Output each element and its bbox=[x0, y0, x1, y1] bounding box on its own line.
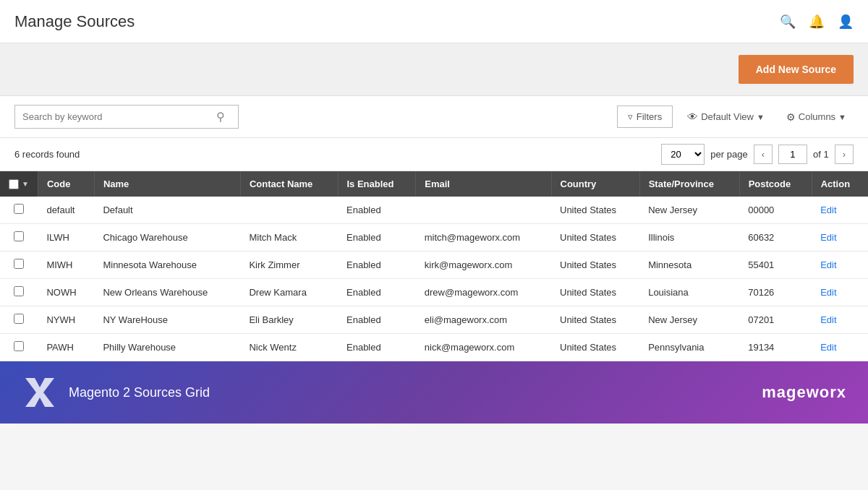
row-checkbox-cell bbox=[0, 252, 38, 279]
select-all-checkbox[interactable] bbox=[9, 179, 19, 189]
row-name: NY WareHouse bbox=[94, 306, 240, 334]
eye-icon: 👁 bbox=[687, 111, 698, 123]
add-new-source-button[interactable]: Add New Source bbox=[739, 55, 854, 84]
row-email: drew@mageworx.com bbox=[416, 279, 551, 306]
col-header-enabled: Is Enabled bbox=[338, 171, 416, 197]
row-checkbox[interactable] bbox=[14, 314, 24, 324]
col-header-state: State/Province bbox=[639, 171, 739, 197]
col-header-action: Action bbox=[812, 171, 868, 197]
prev-page-button[interactable]: ‹ bbox=[754, 145, 773, 164]
row-action: Edit bbox=[812, 279, 868, 306]
table-row: PAWH Philly Warehouse Nick Wentz Enabled… bbox=[0, 334, 868, 361]
col-header-name: Name bbox=[94, 171, 240, 197]
checkbox-dropdown-icon[interactable]: ▼ bbox=[22, 180, 29, 188]
col-header-postcode: Postcode bbox=[739, 171, 812, 197]
row-code: NYWH bbox=[38, 306, 94, 334]
next-page-button[interactable]: › bbox=[835, 145, 854, 164]
footer-x-logo bbox=[22, 374, 58, 411]
table-header-row: ▼ Code Name Contact Name Is Enabled Emai… bbox=[0, 171, 868, 197]
row-email: mitch@mageworx.com bbox=[416, 224, 551, 252]
row-enabled: Enabled bbox=[338, 334, 416, 361]
pagination-controls: 20 50 100 per page ‹ of 1 › bbox=[661, 144, 854, 165]
per-page-label: per page bbox=[710, 149, 747, 160]
row-country: United States bbox=[551, 252, 639, 279]
row-enabled: Enabled bbox=[338, 306, 416, 334]
user-icon[interactable]: 👤 bbox=[838, 14, 854, 30]
row-contact: Mitch Mack bbox=[240, 224, 338, 252]
table-row: default Default Enabled United States Ne… bbox=[0, 197, 868, 224]
row-enabled: Enabled bbox=[338, 279, 416, 306]
row-checkbox[interactable] bbox=[14, 286, 24, 296]
edit-link[interactable]: Edit bbox=[820, 232, 836, 243]
edit-link[interactable]: Edit bbox=[820, 287, 836, 298]
sources-table: ▼ Code Name Contact Name Is Enabled Emai… bbox=[0, 171, 868, 361]
row-checkbox-cell bbox=[0, 306, 38, 334]
row-code: MIWH bbox=[38, 252, 94, 279]
row-name: Minnesota Warehouse bbox=[94, 252, 240, 279]
col-header-contact: Contact Name bbox=[240, 171, 338, 197]
row-checkbox[interactable] bbox=[14, 341, 24, 351]
filters-button[interactable]: ▿ Filters bbox=[617, 106, 673, 128]
total-pages-label: of 1 bbox=[813, 149, 829, 160]
row-checkbox-cell bbox=[0, 224, 38, 252]
edit-link[interactable]: Edit bbox=[820, 205, 836, 215]
row-checkbox[interactable] bbox=[14, 231, 24, 241]
row-name: Default bbox=[94, 197, 240, 224]
row-action: Edit bbox=[812, 224, 868, 252]
row-country: United States bbox=[551, 197, 639, 224]
row-postcode: 19134 bbox=[739, 334, 812, 361]
row-checkbox[interactable] bbox=[14, 204, 24, 214]
magnify-icon: ⚲ bbox=[216, 111, 225, 123]
chevron-right-icon: › bbox=[843, 149, 846, 160]
row-code: ILWH bbox=[38, 224, 94, 252]
row-action: Edit bbox=[812, 334, 868, 361]
search-input[interactable] bbox=[15, 106, 210, 128]
footer-brand: mageworx bbox=[762, 383, 846, 402]
row-postcode: 00000 bbox=[739, 197, 812, 224]
filter-icon: ▿ bbox=[628, 111, 633, 122]
table-row: NOWH New Orleans Warehouse Drew Kamara E… bbox=[0, 279, 868, 306]
records-bar: 6 records found 20 50 100 per page ‹ of … bbox=[0, 138, 868, 171]
row-postcode: 07201 bbox=[739, 306, 812, 334]
row-name: Chicago Warehouse bbox=[94, 224, 240, 252]
row-state: New Jersey bbox=[639, 197, 739, 224]
page-number-input[interactable] bbox=[778, 145, 807, 164]
col-header-country: Country bbox=[551, 171, 639, 197]
bell-icon[interactable]: 🔔 bbox=[809, 14, 825, 30]
edit-link[interactable]: Edit bbox=[820, 314, 836, 325]
page-title: Manage Sources bbox=[14, 12, 135, 31]
row-checkbox[interactable] bbox=[14, 259, 24, 269]
svg-marker-0 bbox=[25, 378, 54, 407]
records-count: 6 records found bbox=[14, 149, 80, 160]
top-bar-icons: 🔍 🔔 👤 bbox=[780, 14, 854, 30]
row-contact bbox=[240, 197, 338, 224]
search-button[interactable]: ⚲ bbox=[210, 106, 231, 128]
table-row: NYWH NY WareHouse Eli Barkley Enabled el… bbox=[0, 306, 868, 334]
row-email: kirk@mageworx.com bbox=[416, 252, 551, 279]
row-checkbox-cell bbox=[0, 197, 38, 224]
per-page-select[interactable]: 20 50 100 bbox=[661, 144, 705, 165]
row-state: Illinois bbox=[639, 224, 739, 252]
columns-button[interactable]: ⚙ Columns ▼ bbox=[779, 106, 854, 128]
default-view-button[interactable]: 👁 Default View ▼ bbox=[680, 106, 772, 128]
row-country: United States bbox=[551, 279, 639, 306]
filter-label: Filters bbox=[637, 111, 662, 122]
row-postcode: 70126 bbox=[739, 279, 812, 306]
row-country: United States bbox=[551, 224, 639, 252]
footer-title: Magento 2 Sources Grid bbox=[69, 385, 210, 400]
table-row: MIWH Minnesota Warehouse Kirk Zimmer Ena… bbox=[0, 252, 868, 279]
row-contact: Nick Wentz bbox=[240, 334, 338, 361]
top-bar: Manage Sources 🔍 🔔 👤 bbox=[0, 0, 868, 43]
row-code: default bbox=[38, 197, 94, 224]
edit-link[interactable]: Edit bbox=[820, 342, 836, 353]
row-checkbox-cell bbox=[0, 334, 38, 361]
row-action: Edit bbox=[812, 197, 868, 224]
col-header-code: Code bbox=[38, 171, 94, 197]
row-name: New Orleans Warehouse bbox=[94, 279, 240, 306]
edit-link[interactable]: Edit bbox=[820, 259, 836, 270]
row-enabled: Enabled bbox=[338, 252, 416, 279]
search-icon[interactable]: 🔍 bbox=[780, 14, 796, 30]
footer-left: Magento 2 Sources Grid bbox=[22, 374, 210, 411]
row-email bbox=[416, 197, 551, 224]
row-name: Philly Warehouse bbox=[94, 334, 240, 361]
